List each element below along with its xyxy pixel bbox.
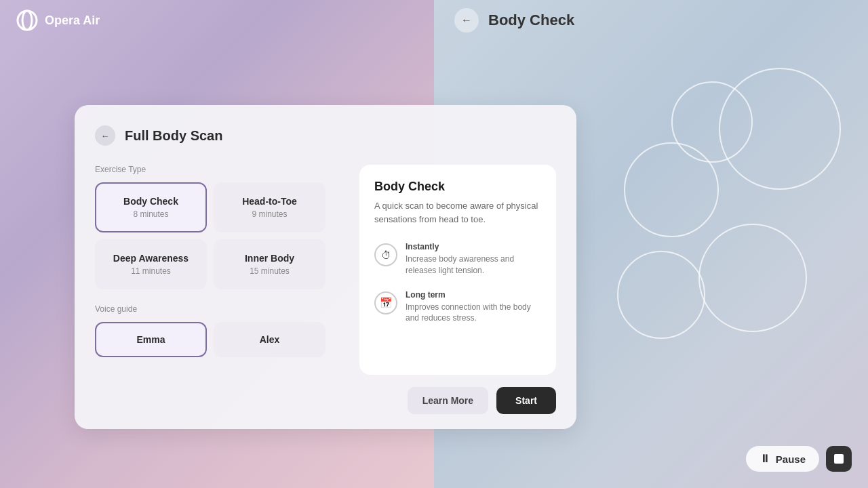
exercise-type-label: Exercise Type xyxy=(95,165,326,174)
stop-button[interactable] xyxy=(826,446,852,472)
card-title: Full Body Scan xyxy=(125,128,222,144)
exercise-duration-2: 11 minutes xyxy=(106,266,196,276)
exercise-name-2: Deep Awareness xyxy=(106,253,196,264)
learn-more-button[interactable]: Learn More xyxy=(408,387,488,414)
exercise-duration-1: 9 minutes xyxy=(224,209,315,219)
decorative-circles xyxy=(583,68,854,407)
voice-card-emma[interactable]: Emma xyxy=(95,322,207,357)
exercise-card-head-to-toe[interactable]: Head-to-Toe 9 minutes xyxy=(214,182,326,232)
top-bar: Opera Air ← Body Check xyxy=(0,0,868,41)
voice-guide-label: Voice guide xyxy=(95,304,326,314)
benefit-longterm-text: Improves connection with the body and re… xyxy=(406,302,541,325)
exercise-name-3: Inner Body xyxy=(224,253,315,264)
card-header: ← Full Body Scan xyxy=(95,125,556,146)
instantly-icon: ⏱ xyxy=(374,243,397,266)
logo-text: Opera Air xyxy=(45,14,100,28)
page-title: Body Check xyxy=(488,12,574,29)
benefit-longterm-content: Long term Improves connection with the b… xyxy=(406,290,541,325)
bottom-actions: Learn More Start xyxy=(408,387,556,414)
exercise-duration-3: 15 minutes xyxy=(224,266,315,276)
longterm-icon: 📅 xyxy=(374,291,397,314)
main-card: ← Full Body Scan Exercise Type Body Chec… xyxy=(75,105,576,429)
card-back-button[interactable]: ← xyxy=(95,125,115,146)
benefit-instantly-label: Instantly xyxy=(406,242,541,251)
voice-card-alex[interactable]: Alex xyxy=(214,322,326,357)
voice-grid: Emma Alex xyxy=(95,322,326,357)
start-button[interactable]: Start xyxy=(496,387,556,414)
benefit-instantly: ⏱ Instantly Increase body awareness and … xyxy=(374,242,541,277)
opera-logo-icon xyxy=(16,9,38,31)
card-back-arrow-icon: ← xyxy=(101,131,110,141)
header-back-button[interactable]: ← xyxy=(454,8,479,33)
exercise-name-1: Head-to-Toe xyxy=(224,196,315,207)
benefit-longterm-label: Long term xyxy=(406,290,541,300)
info-panel: Body Check A quick scan to become aware … xyxy=(359,165,556,375)
pause-icon: ⏸ xyxy=(760,453,770,465)
exercise-grid: Body Check 8 minutes Head-to-Toe 9 minut… xyxy=(95,182,326,289)
logo-area: Opera Air xyxy=(0,9,434,31)
exercise-card-deep-awareness[interactable]: Deep Awareness 11 minutes xyxy=(95,239,207,289)
info-description: A quick scan to become aware of physical… xyxy=(374,199,541,226)
benefit-instantly-content: Instantly Increase body awareness and re… xyxy=(406,242,541,277)
playback-controls: ⏸ Pause xyxy=(746,446,852,472)
info-title: Body Check xyxy=(374,180,541,194)
exercise-card-inner-body[interactable]: Inner Body 15 minutes xyxy=(214,239,326,289)
page-header: ← Body Check xyxy=(434,8,868,33)
benefit-instantly-text: Increase body awareness and releases lig… xyxy=(406,253,541,277)
svg-point-1 xyxy=(22,11,32,30)
exercise-duration-0: 8 minutes xyxy=(106,209,196,219)
benefit-long-term: 📅 Long term Improves connection with the… xyxy=(374,290,541,325)
exercise-card-body-check[interactable]: Body Check 8 minutes xyxy=(95,182,207,232)
svg-point-0 xyxy=(18,11,37,30)
left-panel: Exercise Type Body Check 8 minutes Head-… xyxy=(95,165,326,357)
stop-icon xyxy=(834,454,844,464)
pause-label: Pause xyxy=(776,453,806,465)
pause-button[interactable]: ⏸ Pause xyxy=(746,446,819,472)
back-arrow-icon: ← xyxy=(461,14,472,26)
exercise-name-0: Body Check xyxy=(106,196,196,207)
